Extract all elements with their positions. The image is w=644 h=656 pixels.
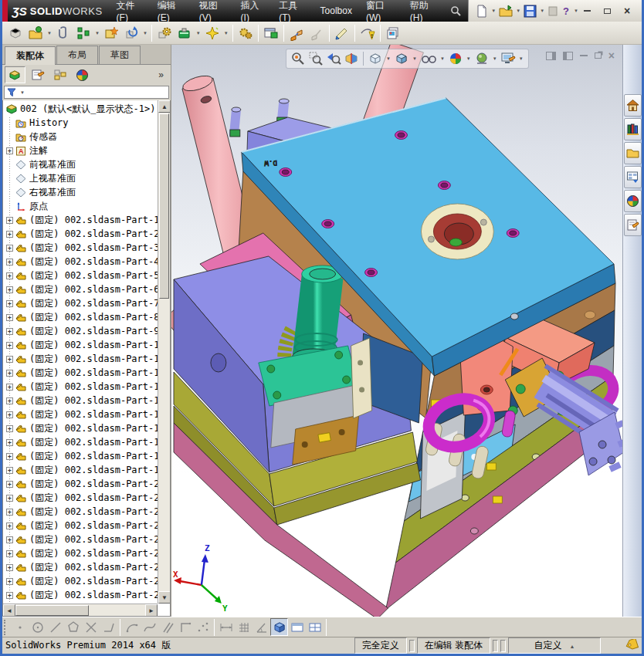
tree-part-row[interactable]: + (固定) 002.sldasm-Part-17<1 xyxy=(5,435,158,449)
custom-properties-icon[interactable] xyxy=(624,214,642,236)
extend-icon[interactable] xyxy=(100,618,117,636)
view-settings-icon[interactable] xyxy=(500,50,517,67)
search-icon[interactable] xyxy=(444,0,468,22)
tree-part-row[interactable]: + (固定) 002.sldasm-Part-23<1 xyxy=(5,519,158,533)
restore-button[interactable] xyxy=(600,5,614,17)
tree-vertical-scrollbar[interactable]: ▲ ▼ xyxy=(158,100,170,604)
sparkle-feature-icon[interactable] xyxy=(202,23,222,43)
doc-restore-icon[interactable] xyxy=(595,52,602,59)
viewport-four-icon[interactable] xyxy=(306,618,324,636)
expand-toggle[interactable]: + xyxy=(6,495,13,502)
tree-part-row[interactable]: + (固定) 002.sldasm-Part-24<1 xyxy=(5,533,158,546)
view-palette-icon[interactable] xyxy=(624,166,642,188)
corner-rectangle-icon[interactable] xyxy=(176,618,194,636)
tree-part-row[interactable]: + (固定) 002.sldasm-Part-4<1 xyxy=(5,255,158,269)
expand-toggle[interactable]: + xyxy=(6,384,13,391)
doc-close-icon[interactable]: × xyxy=(608,49,615,62)
tree-item-history[interactable]: + History xyxy=(5,116,158,130)
speedpak-warning-icon[interactable]: ! xyxy=(358,23,378,43)
tree-item-right-plane[interactable]: + 右视基准面 xyxy=(5,185,158,199)
open-part-icon[interactable] xyxy=(25,23,46,43)
new-document-icon[interactable] xyxy=(474,4,489,19)
expand-toggle[interactable]: + xyxy=(6,245,13,252)
expand-toggle[interactable]: + xyxy=(6,147,13,154)
hide-show-items-icon[interactable] xyxy=(419,50,438,67)
display-style-icon[interactable] xyxy=(393,50,410,67)
appearances-icon[interactable] xyxy=(624,190,642,212)
tree-part-row[interactable]: + (固定) 002.sldasm-Part-13<1 xyxy=(5,380,158,394)
smart-fasteners-icon[interactable] xyxy=(154,23,175,43)
tree-item-sensors[interactable]: + 传感器 xyxy=(5,130,158,144)
3d-model-viewport[interactable]: D.W xyxy=(171,45,622,617)
custom-status-dropdown[interactable]: 自定义▲ xyxy=(508,637,601,654)
feature-manager-tab-icon[interactable] xyxy=(5,66,25,83)
view-settings-caret-icon[interactable]: ▼ xyxy=(519,56,524,61)
expand-toggle[interactable]: + xyxy=(6,370,13,377)
expand-toggle[interactable]: + xyxy=(6,425,13,432)
tree-part-row[interactable]: + (固定) 002.sldasm-Part-25<1 xyxy=(5,546,158,560)
tree-part-row[interactable]: + (固定) 002.sldasm-Part-28<1 xyxy=(5,588,158,602)
menu-toolbox[interactable]: Toolbox xyxy=(314,3,358,19)
polygon-icon[interactable] xyxy=(64,618,82,636)
scroll-down-icon[interactable]: ▼ xyxy=(158,591,171,604)
tree-part-row[interactable]: + (固定) 002.sldasm-Part-15<1 xyxy=(5,407,158,421)
tree-part-row[interactable]: + (固定) 002.sldasm-Part-18<1 xyxy=(5,449,158,463)
zoom-area-icon[interactable] xyxy=(307,50,324,67)
expand-toggle[interactable]: + xyxy=(6,550,13,557)
tab-assembly[interactable]: 装配体 xyxy=(5,46,56,65)
section-view-icon[interactable] xyxy=(343,50,360,67)
zoom-fit-icon[interactable] xyxy=(290,50,307,67)
expand-toggle[interactable]: + xyxy=(6,217,13,224)
expand-toggle[interactable]: + xyxy=(6,272,13,279)
tree-part-row[interactable]: + (固定) 002.sldasm-Part-14<1 xyxy=(5,394,158,407)
image-capture-icon[interactable] xyxy=(383,23,403,43)
expand-toggle[interactable]: + xyxy=(6,481,13,488)
expand-toggle[interactable]: + xyxy=(6,564,13,571)
expand-toggle[interactable]: + xyxy=(6,592,13,599)
offset-icon[interactable] xyxy=(158,618,176,636)
property-manager-tab-icon[interactable] xyxy=(27,66,48,83)
open-caret-icon[interactable]: ▼ xyxy=(516,8,520,13)
expand-toggle[interactable]: + xyxy=(6,411,13,418)
tree-part-row[interactable]: + (固定) 002.sldasm-Part-3<1 xyxy=(5,241,158,255)
tree-part-row[interactable]: + (固定) 002.sldasm-Part-20<1 xyxy=(5,477,158,491)
view-orientation-caret-icon[interactable]: ▼ xyxy=(386,56,391,61)
expand-toggle[interactable]: + xyxy=(6,328,13,335)
toolbox-caret-icon[interactable]: ▼ xyxy=(196,31,201,36)
help-caret-icon[interactable]: ▼ xyxy=(574,8,578,13)
tree-part-row[interactable]: + (固定) 002.sldasm-Part-2<1 xyxy=(5,227,158,241)
save-caret-icon[interactable]: ▼ xyxy=(540,8,544,13)
circle-icon[interactable] xyxy=(29,618,46,636)
mate-caret-icon[interactable]: ▼ xyxy=(95,31,100,36)
expand-toggle[interactable]: + xyxy=(6,314,13,321)
tree-part-row[interactable]: + (固定) 002.sldasm-Part-26<1 xyxy=(5,560,158,574)
expand-toggle[interactable]: + xyxy=(6,467,13,474)
expand-toggle[interactable]: + xyxy=(6,342,13,349)
panel-overflow-chevron[interactable]: » xyxy=(158,69,168,80)
open-part-caret-icon[interactable]: ▼ xyxy=(47,31,52,36)
scroll-up-icon[interactable]: ▲ xyxy=(158,100,171,113)
exploded-sketch-lines-icon[interactable] xyxy=(307,23,327,43)
horizontal-scroll-thumb[interactable] xyxy=(15,605,89,616)
tree-part-row[interactable]: + (固定) 002.sldasm-Part-1<1 xyxy=(5,213,158,227)
expand-toggle[interactable]: + xyxy=(6,231,13,238)
view-orientation-icon[interactable] xyxy=(367,50,384,67)
reference-window-icon[interactable] xyxy=(261,23,281,43)
expand-toggle[interactable]: + xyxy=(6,509,13,516)
mate-icon[interactable] xyxy=(73,23,93,43)
tree-part-row[interactable]: + (固定) 002.sldasm-Part-19<1 xyxy=(5,463,158,477)
shaded-view-icon[interactable] xyxy=(270,618,288,636)
hide-show-caret-icon[interactable]: ▼ xyxy=(440,56,445,61)
scroll-left-icon[interactable]: ◄ xyxy=(3,604,15,617)
save-icon[interactable] xyxy=(523,4,537,19)
tree-part-row[interactable]: + (固定) 002.sldasm-Part-10<1 xyxy=(5,338,158,352)
design-library-icon[interactable] xyxy=(624,118,642,140)
scroll-right-icon[interactable]: ► xyxy=(145,604,158,617)
rebuild-icon[interactable] xyxy=(547,5,559,18)
tree-part-row[interactable]: + (固定) 002.sldasm-Part-27<1 xyxy=(5,574,158,588)
angle-dimension-icon[interactable] xyxy=(253,618,270,636)
tree-part-row[interactable]: + (固定) 002.sldasm-Part-11<1 xyxy=(5,352,158,366)
expand-toggle[interactable]: + xyxy=(6,397,13,404)
tree-part-row[interactable]: + (固定) 002.sldasm-Part-12<1 xyxy=(5,366,158,380)
smart-dimension-icon[interactable] xyxy=(217,618,235,636)
